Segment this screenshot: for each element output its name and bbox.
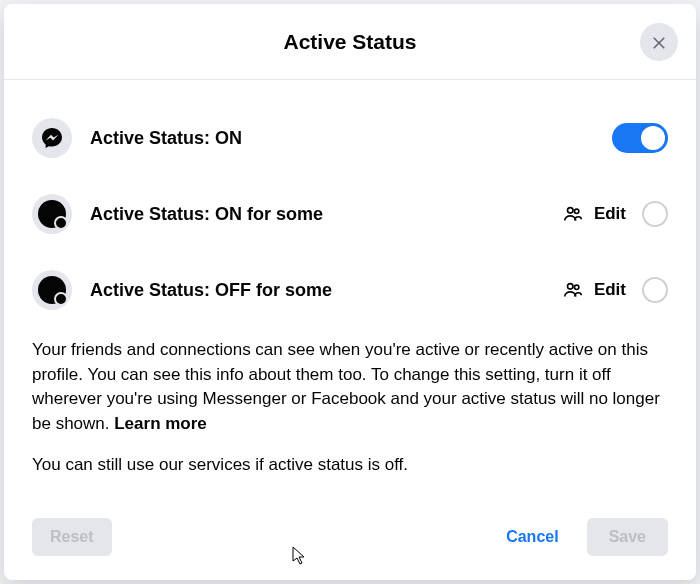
- svg-point-2: [567, 284, 573, 290]
- modal-footer: Reset Cancel Save: [4, 502, 696, 580]
- messenger-icon: [32, 118, 72, 158]
- svg-point-1: [574, 209, 578, 213]
- modal-title: Active Status: [283, 30, 416, 54]
- on-some-icon: [32, 194, 72, 234]
- close-icon: [650, 33, 668, 51]
- toggle-knob: [641, 126, 665, 150]
- save-button[interactable]: Save: [587, 518, 668, 556]
- reset-button[interactable]: Reset: [32, 518, 112, 556]
- modal-header: Active Status: [4, 4, 696, 80]
- close-button[interactable]: [640, 23, 678, 61]
- row-active-status-label: Active Status: ON: [90, 128, 612, 149]
- edit-on-some[interactable]: Edit: [562, 203, 626, 225]
- radio-on-some[interactable]: [642, 201, 668, 227]
- row-on-some: Active Status: ON for some Edit: [32, 176, 668, 252]
- people-icon: [562, 203, 584, 225]
- learn-more-link[interactable]: Learn more: [114, 414, 207, 433]
- row-off-some: Active Status: OFF for some Edit: [32, 252, 668, 328]
- active-status-modal: Active Status Active Status: ON Active S…: [4, 4, 696, 580]
- people-icon: [562, 279, 584, 301]
- edit-off-some-text: Edit: [594, 280, 626, 300]
- off-some-icon: [32, 270, 72, 310]
- cancel-button[interactable]: Cancel: [488, 518, 576, 556]
- radio-off-some[interactable]: [642, 277, 668, 303]
- svg-point-0: [567, 208, 573, 214]
- description-secondary: You can still use our services if active…: [32, 437, 668, 475]
- svg-point-3: [574, 285, 578, 289]
- row-on-some-label: Active Status: ON for some: [90, 204, 562, 225]
- edit-on-some-text: Edit: [594, 204, 626, 224]
- edit-off-some[interactable]: Edit: [562, 279, 626, 301]
- row-active-status: Active Status: ON: [32, 100, 668, 176]
- active-status-toggle[interactable]: [612, 123, 668, 153]
- row-off-some-label: Active Status: OFF for some: [90, 280, 562, 301]
- modal-body: Active Status: ON Active Status: ON for …: [4, 80, 696, 502]
- description-text: Your friends and connections can see whe…: [32, 328, 668, 437]
